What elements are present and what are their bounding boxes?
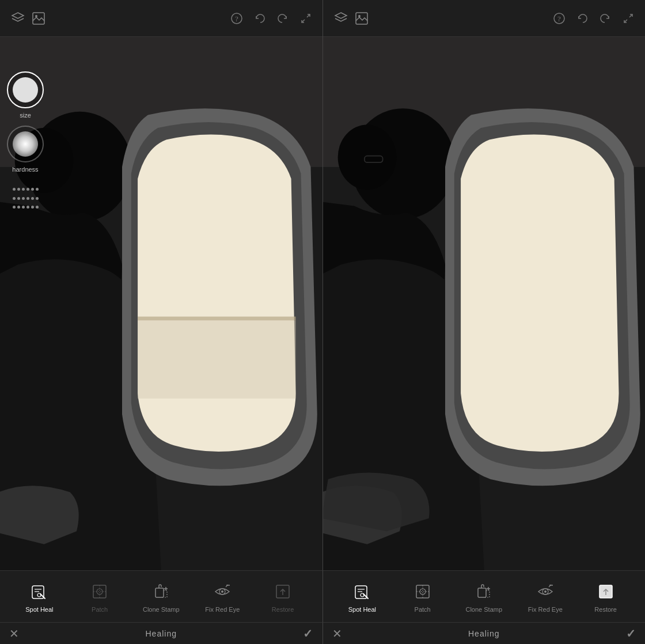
clone-stamp-icon-left: [150, 580, 173, 603]
fix-red-eye-label-right: Fix Red Eye: [528, 606, 563, 613]
layers-icon-right[interactable]: [333, 11, 348, 26]
patch-label-right: Patch: [415, 606, 431, 613]
panel-left: size hardness: [0, 37, 322, 570]
redo-icon[interactable]: [276, 12, 289, 25]
tool-spot-heal-right[interactable]: Spot Heal: [345, 580, 380, 613]
toolbar-right-left-icons: [333, 11, 369, 26]
toolbar-left: ?: [0, 0, 322, 36]
clone-stamp-icon-right: [472, 580, 495, 603]
layers-icon[interactable]: [10, 11, 25, 26]
restore-icon-left: [271, 580, 294, 603]
svg-point-49: [420, 589, 426, 594]
svg-marker-0: [12, 13, 24, 18]
cancel-icon-left[interactable]: ✕: [9, 627, 19, 641]
tool-patch-left[interactable]: Patch: [82, 580, 117, 613]
image-area-left[interactable]: size hardness: [0, 37, 322, 570]
status-half-right: ✕ Healing ✓: [322, 622, 646, 644]
spot-heal-icon-left: [28, 580, 51, 603]
fix-red-eye-icon-left: [211, 580, 234, 603]
svg-point-37: [221, 590, 223, 593]
svg-point-54: [544, 590, 547, 593]
tool-fix-red-eye-right[interactable]: Fix Red Eye: [528, 580, 563, 613]
svg-text:?: ?: [235, 14, 238, 23]
toolbar-right-icons-left: ?: [230, 12, 312, 25]
panel-right: [322, 37, 646, 570]
status-label-left: Healing: [146, 629, 177, 638]
image-area-right[interactable]: [323, 37, 646, 570]
top-toolbar: ?: [0, 0, 645, 37]
cancel-icon-right[interactable]: ✕: [332, 627, 342, 641]
tool-spot-heal-left[interactable]: Spot Heal: [22, 580, 56, 613]
svg-rect-18: [138, 317, 295, 321]
svg-point-45: [361, 593, 364, 597]
bottom-toolbar: Spot Heal Patch: [0, 570, 645, 644]
hardness-label: hardness: [12, 166, 38, 173]
clone-stamp-label-left: Clone Stamp: [143, 606, 180, 613]
hardness-brush-circle[interactable]: [7, 126, 44, 162]
spot-heal-label-left: Spot Heal: [25, 606, 53, 613]
gallery-icon-right[interactable]: [354, 11, 369, 26]
patch-label-left: Patch: [92, 606, 108, 613]
size-label: size: [20, 112, 31, 119]
expand-icon-right[interactable]: [622, 12, 635, 25]
svg-marker-7: [335, 13, 347, 18]
fix-red-eye-icon-right: [534, 580, 557, 603]
confirm-icon-left[interactable]: ✓: [303, 627, 313, 641]
tools-half-right: Spot Heal Patch: [322, 570, 646, 622]
svg-rect-50: [478, 588, 486, 597]
photo-left: [0, 37, 322, 570]
svg-rect-46: [416, 585, 429, 598]
clone-stamp-label-right: Clone Stamp: [465, 606, 502, 613]
spot-heal-label-right: Spot Heal: [348, 606, 376, 613]
help-icon[interactable]: ?: [230, 12, 243, 25]
tools-row: Spot Heal Patch: [0, 570, 645, 622]
restore-icon-right: [594, 580, 617, 603]
size-brush-fill: [13, 77, 38, 103]
svg-point-32: [97, 589, 103, 594]
undo-icon[interactable]: [253, 12, 266, 25]
undo-icon-right[interactable]: [576, 12, 589, 25]
toolbar-right: ?: [323, 0, 646, 36]
expand-icon[interactable]: [299, 12, 312, 25]
fix-red-eye-label-left: Fix Red Eye: [205, 606, 240, 613]
size-brush-circle[interactable]: [7, 71, 44, 108]
brush-dot-grid: [13, 188, 38, 213]
hardness-brush-fill: [13, 131, 38, 157]
status-half-left: ✕ Healing ✓: [0, 622, 322, 644]
tools-half-left: Spot Heal Patch: [0, 570, 322, 622]
patch-icon-left: [88, 580, 111, 603]
status-bar: ✕ Healing ✓ ✕ Healing ✓: [0, 622, 645, 644]
tool-clone-stamp-right[interactable]: Clone Stamp: [465, 580, 502, 613]
spot-heal-icon-right: [351, 580, 374, 603]
restore-label-right: Restore: [594, 606, 617, 613]
main-content: size hardness: [0, 37, 645, 570]
tool-patch-right[interactable]: Patch: [405, 580, 440, 613]
photo-right: [323, 37, 646, 570]
tool-clone-stamp-left[interactable]: Clone Stamp: [143, 580, 180, 613]
redo-icon-right[interactable]: [599, 12, 612, 25]
svg-rect-19: [138, 320, 295, 399]
tool-fix-red-eye-left[interactable]: Fix Red Eye: [205, 580, 240, 613]
tool-restore-right[interactable]: Restore: [589, 580, 623, 613]
patch-icon-right: [411, 580, 434, 603]
svg-rect-33: [155, 588, 164, 597]
svg-point-23: [337, 124, 396, 190]
restore-label-left: Restore: [272, 606, 294, 613]
tool-restore-left[interactable]: Restore: [265, 580, 300, 613]
gallery-icon[interactable]: [31, 11, 46, 26]
svg-rect-29: [93, 585, 106, 598]
toolbar-left-icons: [10, 11, 46, 26]
svg-point-28: [37, 593, 41, 597]
svg-text:?: ?: [557, 14, 561, 23]
help-icon-right[interactable]: ?: [553, 12, 566, 25]
toolbar-right-right-icons: ?: [553, 12, 635, 25]
brush-controls: size hardness: [7, 71, 44, 213]
confirm-icon-right[interactable]: ✓: [626, 627, 636, 641]
status-label-right: Healing: [468, 629, 499, 638]
